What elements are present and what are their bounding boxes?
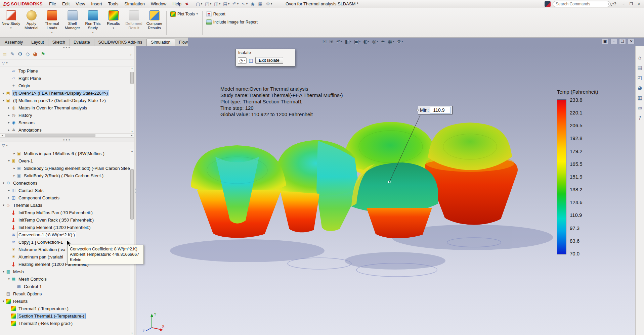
tree-item[interactable]: ▸ SolidBody 2(Rack) (-Plain Carbon Steel… [0,172,134,179]
dropdown-caret-icon[interactable]: ▾ [228,3,229,5]
menu-item[interactable]: Window [148,1,169,7]
close-window-icon[interactable]: ✕ [628,38,635,44]
callout-anchor-icon[interactable] [417,109,419,111]
panel-expand-chevron-icon[interactable]: › [130,52,131,57]
command-tab[interactable]: Assembly [1,39,27,46]
menu-item[interactable]: Edit [59,1,73,7]
quick-toolbar-button[interactable]: ◫ ▾ [213,1,221,7]
custom-properties-icon[interactable]: ▦ [637,95,642,101]
expand-arrow-icon[interactable]: ▾ [7,277,11,281]
file-explorer-icon[interactable]: ◰ [637,75,642,81]
ribbon-button[interactable]: New Study ▾ [1,9,21,37]
expand-arrow-icon[interactable]: ▸ [1,91,6,95]
ribbon-button[interactable]: Thermal Loads ▾ [42,9,62,37]
exit-isolate-button[interactable]: Exit Isolate [255,57,283,64]
tree-item[interactable]: InitTemp Oven Rack (:350 Fahrenheit:) [0,216,134,224]
headsup-button[interactable]: ⊞ ▾ [329,39,335,45]
menu-item[interactable]: Tools [105,1,121,7]
tree-item[interactable]: ▸ Annotations [0,126,134,133]
tree-item[interactable]: ▸ Sensors [0,119,134,126]
expand-arrow-icon[interactable]: ▾ [1,270,6,273]
menu-item[interactable]: Insert [88,1,105,7]
expand-arrow-icon[interactable]: ▾ [1,203,6,207]
tree-item[interactable]: InitTemp Muffins Pan (:70 Fahrenheit:) [0,209,134,216]
expand-arrow-icon[interactable]: ▸ [7,106,11,109]
quick-toolbar-button[interactable]: ▢ ▾ [195,1,203,7]
search-input[interactable] [555,1,608,7]
expand-arrow-icon[interactable]: ▾ [1,181,6,185]
dropdown-caret-icon[interactable]: ▾ [51,31,52,34]
dimxpertmanager-icon[interactable]: ◇ [26,51,30,57]
float-window-icon[interactable]: ▣ [602,38,608,44]
tree-item[interactable]: ▾ Results [0,297,134,305]
expand-arrow-icon[interactable]: ▸ [7,196,11,199]
graphics-viewport[interactable]: Model name:Oven for Thermal analysis Stu… [136,46,635,335]
dropdown-caret-icon[interactable]: ▾ [197,13,198,15]
dropdown-caret-icon[interactable]: ▾ [244,59,245,62]
expand-arrow-icon[interactable]: ▸ [7,128,11,132]
command-tab[interactable]: SOLIDWORKS Add-Ins [94,39,147,46]
minimize-icon[interactable]: – [620,1,627,7]
tree-item[interactable]: ▾ Mesh Controls [0,275,134,283]
headsup-button[interactable]: ◐ ▾ [362,39,370,45]
dropdown-caret-icon[interactable]: ▾ [237,3,239,5]
search-icon[interactable] [608,3,611,5]
quick-toolbar-button[interactable]: ◉ ▾ [249,1,256,7]
dropdown-caret-icon[interactable]: ▾ [210,3,211,5]
tree-item[interactable]: ▾ Oven-1 [0,157,134,164]
ribbon-button[interactable]: Results ▾ [103,9,124,37]
expand-arrow-icon[interactable]: ▾ [1,299,6,303]
tree-item[interactable]: Convection-1 (:8 W/(m^2.K):) [0,231,134,238]
tree-item[interactable]: ▾ (f) Muffins in pan<1> (Default<Display… [0,97,134,104]
headsup-button[interactable]: ▦ ▾ [387,39,395,45]
tree-item[interactable]: Top Plane [0,67,134,75]
headsup-button[interactable]: ↶ ▾ [336,39,343,45]
scroll-down-icon[interactable]: ▾ [130,332,134,335]
dropdown-caret-icon[interactable]: ▾ [368,40,369,43]
ribbon-button[interactable]: Shell Manager ▾ [62,9,83,37]
isolate-view-combo[interactable]: ◔ ▾ [238,57,247,64]
dropdown-caret-icon[interactable]: ▾ [377,40,378,43]
dropdown-caret-icon[interactable]: ▾ [393,40,394,43]
scrollbar-thumb[interactable] [130,72,134,84]
expand-arrow-icon[interactable]: ▾ [1,99,6,102]
dropdown-caret-icon[interactable]: ▾ [6,144,7,147]
dropdown-caret-icon[interactable]: ▾ [6,61,7,64]
tree-item[interactable]: ▸ Mates in Oven for Thermal analysis [0,104,134,111]
scrollbar-thumb[interactable] [130,169,134,220]
command-tab[interactable]: Evaluate [70,39,94,46]
report-button[interactable]: Report [206,11,258,17]
dropdown-caret-icon[interactable]: ▾ [341,40,342,43]
appearances-icon[interactable]: ◕ [638,85,642,91]
command-tab[interactable]: Simulation [146,39,175,46]
min-callout-value[interactable]: 110.9 [430,107,451,113]
tree-item[interactable]: ▸ History [0,111,134,119]
feature-tree-hscrollbar[interactable]: ◂ ▸ [0,133,134,138]
headsup-button[interactable]: ⊡ ▾ [322,39,328,45]
ribbon-button[interactable]: Run This Study ▾ [83,9,103,37]
headsup-button[interactable]: ◧ ▾ [344,39,352,45]
tree-item[interactable]: ▸ Component Contacts [0,194,134,201]
dropdown-caret-icon[interactable]: ▾ [350,40,351,43]
headsup-button[interactable]: ⚙ ▾ [396,39,403,45]
command-tab[interactable]: Layout [27,39,48,46]
minimize-window-icon[interactable]: – [610,38,617,44]
expand-arrow-icon[interactable]: ▸ [12,152,16,155]
dropdown-caret-icon[interactable]: ▾ [246,3,248,5]
tree-item[interactable]: Right Plane [0,75,134,82]
close-icon[interactable]: ✕ [635,1,643,7]
headsup-button[interactable]: ◎ ▾ [371,39,379,45]
dropdown-caret-icon[interactable]: ▾ [219,3,220,5]
filter-icon[interactable]: ▽ [2,61,5,65]
menu-item[interactable]: Simulation [121,1,148,7]
displaymanager-icon[interactable]: ◕ [33,51,37,57]
scroll-up-icon[interactable]: ▴ [130,149,134,152]
tree-item[interactable]: ▸ SolidBody 1(Heating element bott) (-Pl… [0,164,134,172]
headsup-button[interactable]: ✦ ▾ [380,39,386,45]
dropdown-caret-icon[interactable]: ▾ [201,3,202,5]
scroll-left-icon[interactable]: ◂ [0,134,4,137]
scroll-up-icon[interactable]: ▴ [130,67,134,70]
dropdown-caret-icon[interactable]: ▾ [359,40,360,43]
restore-window-icon[interactable]: ❐ [619,38,626,44]
dropdown-caret-icon[interactable]: ▾ [113,27,114,30]
